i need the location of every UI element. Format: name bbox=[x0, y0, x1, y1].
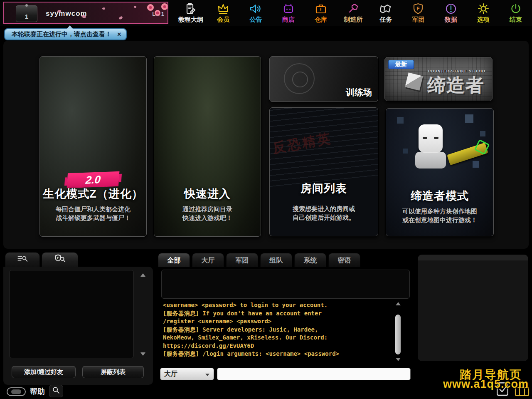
briefcase-icon bbox=[314, 2, 328, 15]
nav-exit[interactable]: 结束 bbox=[500, 0, 532, 26]
card-desc-line: 搜索想要进入的房间或 bbox=[270, 204, 378, 213]
chat-tab-system[interactable]: 系统 bbox=[294, 253, 326, 267]
chat-message: [服务器消息] Server developers: Jusic, Hardee… bbox=[163, 326, 392, 334]
card-title: 快速进入 bbox=[154, 186, 261, 201]
card-quick-join[interactable]: 快速进入 通过推荐房间目录 快速进入游戏吧！ bbox=[154, 56, 261, 237]
nav-shop[interactable]: 商店 bbox=[272, 0, 305, 26]
scroll-down-icon[interactable] bbox=[396, 358, 401, 361]
card-title: 房间列表 bbox=[270, 181, 378, 196]
block-art bbox=[397, 117, 404, 124]
scroll-up-icon[interactable] bbox=[140, 273, 145, 277]
help-button[interactable]: 帮助 bbox=[30, 387, 45, 397]
scroll-up-icon[interactable] bbox=[396, 302, 401, 305]
chevron-down-icon bbox=[205, 374, 209, 376]
svg-text:F: F bbox=[417, 6, 420, 12]
chat-tab-team[interactable]: 组队 bbox=[260, 253, 292, 267]
search-button[interactable] bbox=[49, 385, 63, 397]
card-studio-banner[interactable]: 最新 COUNTER-STRIKE STUDIO 缔造者 bbox=[384, 57, 493, 101]
nav-announcements[interactable]: 公告 bbox=[239, 0, 272, 26]
gear-icon bbox=[477, 2, 490, 15]
chat-message: [服务器消息] If you don't have an account ent… bbox=[163, 310, 392, 318]
chat-message: NekoMeow, Smilex_Gamer, xRiseless. Our D… bbox=[163, 334, 392, 342]
nav-clan[interactable]: F 军团 bbox=[402, 0, 434, 26]
chat-tab-whisper[interactable]: 密语 bbox=[328, 253, 360, 267]
nav-label: 仓库 bbox=[315, 16, 327, 24]
nav-label: 任务 bbox=[379, 16, 392, 24]
player-name: syymwcom bbox=[46, 10, 87, 18]
chat-channel-value: 大厅 bbox=[164, 370, 177, 377]
sakura-blossom bbox=[155, 10, 160, 16]
sakura-petal bbox=[118, 16, 123, 20]
chat-tab-clan[interactable]: 军团 bbox=[226, 253, 258, 267]
main-nav: 教程大纲 会员 公告 商店 bbox=[175, 0, 532, 26]
new-badge: 最新 bbox=[388, 60, 414, 69]
card-training-ground[interactable]: 训练场 bbox=[269, 56, 378, 102]
close-icon[interactable]: × bbox=[117, 31, 121, 38]
chat-tabs: 全部 大厅 军团 组队 系统 密语 bbox=[158, 253, 360, 267]
card-room-list[interactable]: 反恐精英 房间列表 搜索想要进入的房间或 自己创建后开始游戏。 bbox=[269, 107, 378, 236]
card-zombie-mode[interactable]: 2.0 生化模式Z（进化） 每回合僵尸和人类都会进化 战斗解锁更多武器与僵尸！ bbox=[39, 56, 147, 237]
top-bar: 1 syymwcom Lv. 1 教程大纲 会员 bbox=[0, 0, 532, 26]
card-desc-line: 通过推荐房间目录 bbox=[154, 205, 261, 213]
chat-message: /register <username> <password> bbox=[163, 317, 392, 326]
card-desc-line: 战斗解锁更多武器与僵尸！ bbox=[40, 213, 146, 222]
clipboard-icon bbox=[184, 2, 197, 15]
nav-stats[interactable]: 数据 bbox=[435, 0, 467, 26]
nav-options[interactable]: 选项 bbox=[467, 0, 500, 26]
chat-tab-all[interactable]: 全部 bbox=[158, 253, 190, 267]
card-desc-line: 可以使用多种方块创作地图 bbox=[386, 207, 493, 216]
card-title: 缔造者模式 bbox=[386, 188, 493, 203]
block-list-button[interactable]: 屏蔽列表 bbox=[82, 366, 144, 378]
card-desc-line: 每回合僵尸和人类都会进化 bbox=[40, 205, 146, 213]
tab-friend-list[interactable] bbox=[5, 252, 40, 267]
game-lobby-screen: 1 syymwcom Lv. 1 教程大纲 会员 bbox=[0, 0, 532, 399]
nav-inventory[interactable]: 仓库 bbox=[305, 0, 337, 26]
chat-message: https://discord.gg/EvUAY6D bbox=[163, 342, 392, 350]
nav-label: 选项 bbox=[477, 16, 490, 24]
clan-shield-icon: F bbox=[411, 2, 425, 15]
chat-message: [服务器消息] /login arguments: <username> <pa… bbox=[163, 350, 392, 358]
chat-tab-lobby[interactable]: 大厅 bbox=[192, 253, 224, 267]
studio-brand-text: COUNTER-STRIKE STUDIO bbox=[428, 69, 485, 73]
friend-list[interactable] bbox=[9, 270, 134, 358]
chat-input[interactable] bbox=[217, 368, 411, 380]
scroll-down-icon[interactable] bbox=[140, 352, 145, 356]
card-title: 训练场 bbox=[346, 87, 372, 98]
chat-scrollbar[interactable] bbox=[395, 301, 401, 362]
nav-label: 会员 bbox=[217, 16, 229, 24]
target-icon bbox=[284, 63, 315, 94]
nav-crafting[interactable]: 制造所 bbox=[337, 0, 369, 26]
power-icon bbox=[509, 2, 522, 15]
nav-missions[interactable]: 任务 bbox=[369, 0, 402, 26]
block-art bbox=[480, 131, 485, 136]
emoticon-toggle[interactable] bbox=[7, 387, 26, 396]
notification-text: 本轮联赛正在进行中，请点击查看！ bbox=[12, 30, 111, 38]
nav-membership[interactable]: 会员 bbox=[207, 0, 239, 26]
robot-eye bbox=[423, 137, 427, 139]
chat-channel-dropdown[interactable]: 大厅 bbox=[160, 368, 214, 380]
card-desc-line: 或在创意地图中进行游戏！ bbox=[386, 216, 493, 224]
league-notification[interactable]: 本轮联赛正在进行中，请点击查看！ × bbox=[4, 28, 127, 40]
add-friend-button[interactable]: 添加/通过好友 bbox=[12, 366, 76, 378]
card-creator-mode[interactable]: 缔造者模式 可以使用多种方块创作地图 或在创意地图中进行游戏！ bbox=[386, 108, 494, 236]
svg-text:F: F bbox=[57, 255, 59, 259]
mission-map-icon bbox=[379, 2, 392, 15]
player-level-badge: 1 bbox=[16, 5, 37, 22]
studio-logo-text: 缔造者 bbox=[427, 73, 485, 98]
hammer-icon bbox=[347, 2, 360, 15]
chat-log[interactable]: <username> <password> to login to your a… bbox=[163, 301, 392, 362]
nav-tutorial[interactable]: 教程大纲 bbox=[175, 0, 207, 26]
player-banner[interactable]: 1 syymwcom Lv. 1 bbox=[3, 2, 168, 24]
block-art bbox=[473, 161, 479, 168]
nav-label: 教程大纲 bbox=[178, 16, 203, 24]
block-gun-art bbox=[447, 143, 488, 165]
tab-clan-members[interactable]: F bbox=[42, 252, 78, 267]
scrollbar-thumb[interactable] bbox=[395, 315, 401, 354]
friend-tabs: F bbox=[5, 252, 78, 267]
shop-icon bbox=[282, 2, 295, 15]
nav-label: 结束 bbox=[510, 16, 522, 24]
speaker-icon bbox=[249, 2, 262, 15]
clan-search-icon: F bbox=[54, 253, 66, 267]
nav-label: 公告 bbox=[249, 16, 262, 24]
robot-body-art bbox=[415, 152, 446, 169]
